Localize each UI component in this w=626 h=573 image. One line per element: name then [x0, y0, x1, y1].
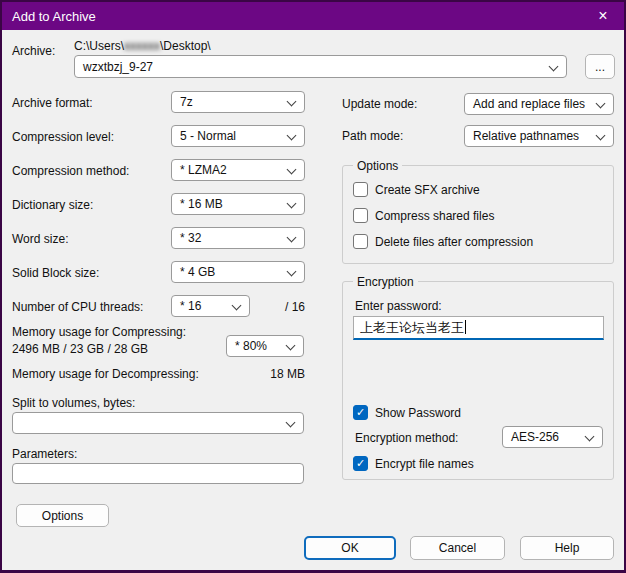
show-password-label: Show Password [375, 406, 461, 420]
path-mode-select[interactable]: Relative pathnames [464, 125, 614, 147]
password-value: 上老王论坛当老王 [360, 320, 464, 335]
close-icon[interactable]: × [586, 2, 620, 30]
text-caret [465, 320, 466, 334]
word-size-value: * 32 [180, 231, 201, 245]
memory-decompressing-value: 18 MB [242, 367, 305, 381]
memory-compressing-label: Memory usage for Compressing: [12, 325, 186, 339]
compression-method-select[interactable]: * LZMA2 [171, 159, 305, 181]
path-mode-label: Path mode: [342, 129, 403, 143]
archive-path: C:\Users\xxxxxx\Desktop\ [74, 39, 211, 53]
compression-method-value: * LZMA2 [180, 163, 227, 177]
cpu-threads-label: Number of CPU threads: [12, 300, 143, 314]
compression-method-label: Compression method: [12, 164, 129, 178]
parameters-label: Parameters: [12, 447, 77, 461]
window-title: Add to Archive [12, 9, 96, 24]
chevron-down-icon [286, 418, 296, 428]
encryption-method-label: Encryption method: [355, 431, 458, 445]
compress-shared-label: Compress shared files [375, 209, 494, 223]
dictionary-size-label: Dictionary size: [12, 198, 93, 212]
parameters-input[interactable] [12, 463, 304, 484]
show-password-checkbox[interactable]: ✓ [353, 405, 368, 420]
archive-format-label: Archive format: [12, 96, 93, 110]
create-sfx-label: Create SFX archive [375, 183, 480, 197]
options-group-title: Options [353, 159, 402, 173]
compress-shared-checkbox[interactable]: ✓ [353, 208, 368, 223]
options-button[interactable]: Options [16, 504, 109, 527]
archive-path-user-redacted: xxxxxx [124, 39, 160, 53]
options-group: Options ✓ Create SFX archive ✓ Compress … [342, 165, 614, 264]
split-volumes-label: Split to volumes, bytes: [12, 396, 135, 410]
word-size-label: Word size: [12, 232, 68, 246]
ok-button[interactable]: OK [304, 536, 396, 560]
archive-format-value: 7z [180, 95, 193, 109]
cpu-threads-select[interactable]: * 16 [171, 295, 250, 317]
chevron-down-icon [549, 62, 559, 72]
check-icon: ✓ [354, 406, 367, 420]
password-input[interactable]: 上老王论坛当老王 [353, 316, 604, 340]
encryption-group: Encryption Enter password: 上老王论坛当老王 ✓ Sh… [342, 281, 614, 480]
titlebar: Add to Archive × [2, 2, 624, 30]
encryption-method-value: AES-256 [511, 430, 559, 444]
help-button[interactable]: Help [520, 536, 614, 560]
chevron-down-icon [287, 131, 297, 141]
chevron-down-icon [287, 165, 297, 175]
solid-block-size-value: * 4 GB [180, 265, 215, 279]
memory-compressing-value: 2496 MB / 23 GB / 28 GB [12, 342, 148, 356]
chevron-down-icon [287, 267, 297, 277]
cancel-button[interactable]: Cancel [410, 536, 505, 560]
update-mode-label: Update mode: [342, 97, 417, 111]
chevron-down-icon [287, 97, 297, 107]
compression-level-value: 5 - Normal [180, 129, 236, 143]
memory-percent-select[interactable]: * 80% [226, 335, 304, 357]
solid-block-size-label: Solid Block size: [12, 266, 99, 280]
chevron-down-icon [287, 233, 297, 243]
check-icon: ✓ [354, 457, 367, 471]
add-to-archive-dialog: Add to Archive × Archive: C:\Users\xxxxx… [0, 0, 626, 573]
chevron-down-icon [596, 131, 606, 141]
split-volumes-combobox[interactable] [12, 412, 304, 434]
enter-password-label: Enter password: [355, 299, 442, 313]
cpu-threads-max: / 16 [285, 300, 305, 314]
encrypt-names-label: Encrypt file names [375, 457, 474, 471]
delete-after-label: Delete files after compression [375, 235, 533, 249]
chevron-down-icon [287, 199, 297, 209]
solid-block-size-select[interactable]: * 4 GB [171, 261, 305, 283]
cpu-threads-value: * 16 [180, 299, 201, 313]
encryption-group-title: Encryption [353, 275, 418, 289]
dictionary-size-value: * 16 MB [180, 197, 223, 211]
archive-format-select[interactable]: 7z [171, 91, 305, 113]
chevron-down-icon [585, 432, 595, 442]
compression-level-select[interactable]: 5 - Normal [171, 125, 305, 147]
encrypt-names-checkbox[interactable]: ✓ [353, 456, 368, 471]
create-sfx-checkbox[interactable]: ✓ [353, 182, 368, 197]
delete-after-checkbox[interactable]: ✓ [353, 234, 368, 249]
chevron-down-icon [286, 341, 296, 351]
path-mode-value: Relative pathnames [473, 129, 579, 143]
dictionary-size-select[interactable]: * 16 MB [171, 193, 305, 215]
browse-button[interactable]: ... [585, 54, 615, 79]
archive-label: Archive: [12, 44, 55, 58]
memory-decompressing-label: Memory usage for Decompressing: [12, 367, 199, 381]
word-size-select[interactable]: * 32 [171, 227, 305, 249]
archive-path-prefix: C:\Users\ [74, 39, 124, 53]
chevron-down-icon [596, 99, 606, 109]
update-mode-select[interactable]: Add and replace files [464, 93, 614, 115]
memory-percent-value: * 80% [235, 339, 267, 353]
archive-path-suffix: \Desktop\ [160, 39, 211, 53]
archive-name-value: wzxtbzj_9-27 [83, 60, 153, 74]
encryption-method-select[interactable]: AES-256 [502, 426, 603, 448]
compression-level-label: Compression level: [12, 130, 114, 144]
archive-name-combobox[interactable]: wzxtbzj_9-27 [74, 55, 567, 78]
chevron-down-icon [232, 301, 242, 311]
update-mode-value: Add and replace files [473, 97, 585, 111]
